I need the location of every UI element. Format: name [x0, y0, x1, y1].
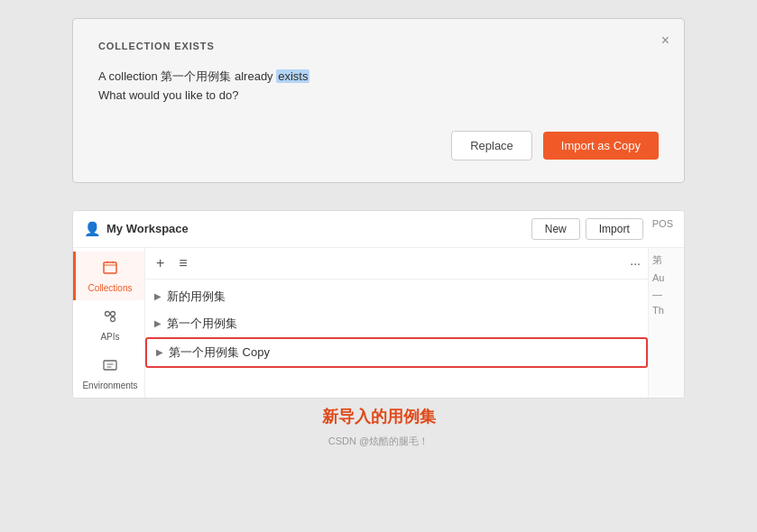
modal-body-text-line1: A collection 第一个用例集 already	[98, 69, 276, 83]
collection-list: ▶ 新的用例集 ▶ 第一个用例集 ▶ 第一个用例集 Copy	[145, 280, 648, 371]
chevron-right-icon: ▶	[154, 291, 162, 301]
replace-button[interactable]: Replace	[451, 131, 532, 161]
collection-name-copy: 第一个用例集 Copy	[169, 344, 270, 361]
workspace-title-area: 👤 My Workspace	[84, 221, 189, 237]
right-label-4: Th	[652, 305, 680, 316]
workspace-body: Collections APIs	[73, 248, 684, 398]
svg-point-3	[111, 316, 115, 321]
svg-rect-5	[104, 361, 116, 370]
close-button[interactable]: ×	[661, 33, 669, 48]
sidebar-item-environments[interactable]: Environments	[73, 349, 144, 398]
svg-point-2	[106, 311, 110, 316]
import-button[interactable]: Import	[586, 218, 643, 240]
collections-toolbar: + ≡ ···	[145, 248, 648, 280]
collections-icon	[101, 259, 119, 281]
workspace-title: My Workspace	[106, 222, 189, 235]
more-options-button[interactable]: ···	[630, 256, 641, 271]
import-as-copy-button[interactable]: Import as Copy	[543, 132, 659, 160]
workspace-header-buttons: New Import POS	[531, 218, 673, 240]
workspace-sidebar: Collections APIs	[73, 248, 145, 398]
right-label-2: Au	[652, 272, 680, 283]
sidebar-item-apis[interactable]: APIs	[73, 300, 144, 349]
modal-title: COLLECTION EXISTS	[98, 41, 659, 51]
svg-rect-1	[104, 262, 116, 273]
collections-main: + ≡ ··· ▶ 新的用例集 ▶ 第一个用例集 ▶ 第一个用例集 Copy	[145, 248, 648, 398]
sidebar-apis-label: APIs	[100, 332, 119, 342]
sidebar-environments-label: Environments	[82, 381, 137, 390]
chevron-right-icon: ▶	[156, 347, 163, 357]
right-panel: 第 Au — Th	[648, 248, 684, 398]
filter-button[interactable]: ≡	[175, 253, 190, 273]
modal-body: A collection 第一个用例集 already exists What …	[98, 68, 659, 105]
environments-icon	[101, 356, 119, 379]
watermark-text: CSDN @炫酷的腿毛！	[0, 431, 757, 452]
pos-label: POS	[652, 218, 673, 240]
collection-row[interactable]: ▶ 第一个用例集	[145, 310, 648, 337]
collection-name: 新的用例集	[167, 289, 226, 305]
svg-point-4	[111, 311, 115, 316]
workspace-panel: 👤 My Workspace New Import POS Col	[72, 210, 685, 399]
new-button[interactable]: New	[531, 218, 580, 240]
modal-buttons: Replace Import as Copy	[98, 131, 659, 161]
modal-dialog: COLLECTION EXISTS × A collection 第一个用例集 …	[72, 18, 685, 183]
collection-row-highlighted[interactable]: ▶ 第一个用例集 Copy	[145, 337, 648, 368]
apis-icon	[101, 307, 119, 330]
right-label-1: 第	[652, 253, 680, 267]
annotation-bottom-text: 新导入的用例集	[0, 399, 757, 431]
chevron-right-icon: ▶	[154, 318, 162, 328]
workspace-icon: 👤	[84, 221, 101, 237]
collection-row[interactable]: ▶ 新的用例集	[145, 283, 648, 310]
collection-name: 第一个用例集	[167, 316, 237, 332]
workspace-header: 👤 My Workspace New Import POS	[73, 211, 684, 248]
modal-highlighted-word: exists	[276, 69, 309, 83]
right-label-3: —	[652, 289, 680, 299]
sidebar-collections-label: Collections	[88, 283, 133, 293]
add-collection-button[interactable]: +	[152, 253, 168, 273]
modal-body-text-line2: What would you like to do?	[98, 88, 238, 102]
sidebar-item-collections[interactable]: Collections	[73, 252, 144, 300]
